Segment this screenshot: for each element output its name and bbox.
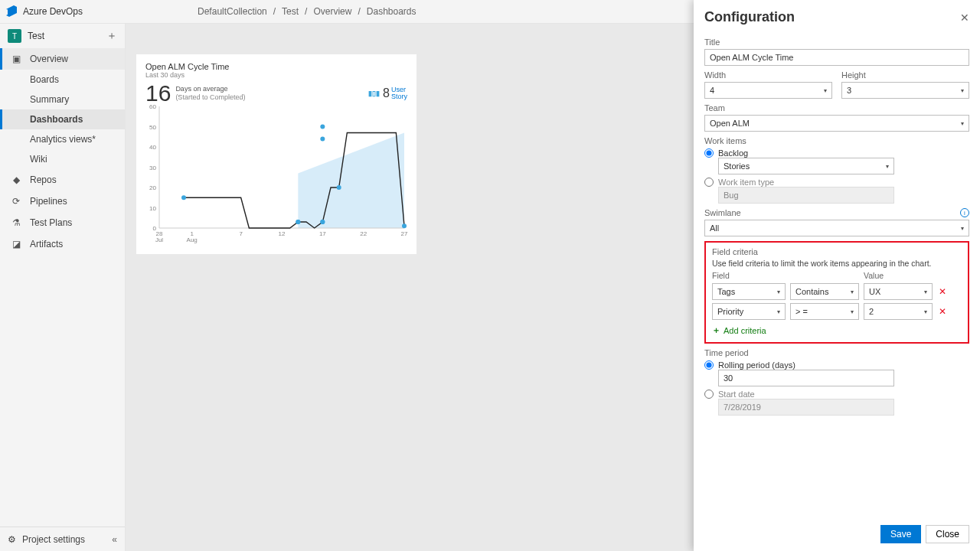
sidebar-item-overview[interactable]: ▣ Overview xyxy=(0,48,125,70)
criteria-row: Tags▾ Contains▾ UX▾ ✕ xyxy=(712,283,962,300)
sidebar-sub-boards[interactable]: Boards xyxy=(0,70,125,90)
rolling-radio[interactable]: Rolling period (days) xyxy=(704,360,969,370)
field-criteria-box: Field criteria Use field criteria to lim… xyxy=(704,241,969,344)
width-select[interactable]: 4▾ xyxy=(704,82,832,99)
svg-text:30: 30 xyxy=(149,165,156,171)
widget-big-label: Days on average (Started to Completed) xyxy=(175,85,245,102)
config-panel: Configuration ✕ Title Width 4▾ Height 3▾… xyxy=(694,0,980,551)
svg-text:Jul: Jul xyxy=(155,236,163,243)
startdate-radio[interactable]: Start date xyxy=(704,390,969,399)
svg-point-25 xyxy=(320,125,325,129)
widget-big-number: 16 xyxy=(145,80,171,106)
backlog-radio[interactable]: Backlog xyxy=(704,148,969,158)
svg-point-23 xyxy=(337,185,341,190)
svg-point-18 xyxy=(181,195,186,200)
chevron-down-icon: ▾ xyxy=(961,225,964,232)
add-icon[interactable]: ＋ xyxy=(106,29,117,43)
chevron-down-icon: ▾ xyxy=(886,163,889,170)
collapse-icon[interactable]: « xyxy=(112,534,117,545)
cycle-time-widget[interactable]: Open ALM Cycle Time Last 30 days 16 Days… xyxy=(136,54,416,254)
crumb-3[interactable]: Dashboards xyxy=(367,6,416,17)
criteria-value-select[interactable]: UX▾ xyxy=(864,283,933,300)
height-select[interactable]: 3▾ xyxy=(841,82,969,99)
sidebar-item-artifacts[interactable]: ◪Artifacts xyxy=(0,233,125,255)
svg-text:60: 60 xyxy=(149,103,156,110)
widget-subtitle: Last 30 days xyxy=(145,71,407,79)
criteria-op-select[interactable]: Contains▾ xyxy=(790,283,859,300)
svg-text:10: 10 xyxy=(149,205,156,212)
sidebar-sub-wiki[interactable]: Wiki xyxy=(0,149,125,169)
svg-text:20: 20 xyxy=(149,184,156,191)
widget-legend: ▮▯▮ 8 User Story xyxy=(368,86,407,100)
height-label: Height xyxy=(841,70,969,80)
testplans-icon: ⚗ xyxy=(10,217,22,228)
overview-icon: ▣ xyxy=(10,54,22,64)
field-criteria-label: Field criteria xyxy=(712,247,962,256)
panel-title: Configuration xyxy=(704,9,795,25)
criteria-field-select[interactable]: Priority▾ xyxy=(712,303,786,320)
pipelines-icon: ⟳ xyxy=(10,196,22,207)
team-label: Team xyxy=(704,103,969,112)
workitems-label: Work items xyxy=(704,136,969,145)
svg-text:22: 22 xyxy=(360,230,367,237)
sidebar-sub-summary[interactable]: Summary xyxy=(0,90,125,109)
width-label: Width xyxy=(704,70,832,80)
wit-radio[interactable]: Work item type xyxy=(704,178,969,187)
title-input[interactable] xyxy=(704,49,969,66)
sidebar-sub-analytics[interactable]: Analytics views* xyxy=(0,129,125,149)
criteria-value-select[interactable]: 2▾ xyxy=(864,303,933,320)
sidebar-item-repos[interactable]: ◆Repos xyxy=(0,169,125,191)
plus-icon: ＋ xyxy=(712,324,720,336)
criteria-field-select[interactable]: Tags▾ xyxy=(712,283,786,300)
svg-point-22 xyxy=(320,220,325,224)
svg-point-26 xyxy=(320,136,325,141)
save-button[interactable]: Save xyxy=(880,525,921,543)
crumb-2[interactable]: Overview xyxy=(313,6,351,17)
rolling-input[interactable] xyxy=(718,370,894,386)
svg-text:27: 27 xyxy=(401,230,407,237)
project-settings-link[interactable]: ⚙ Project settings « xyxy=(0,527,125,551)
team-select[interactable]: Open ALM▾ xyxy=(704,115,969,132)
brand[interactable]: Azure DevOps xyxy=(23,6,113,17)
criteria-row: Priority▾ > =▾ 2▾ ✕ xyxy=(712,303,962,320)
svg-point-20 xyxy=(296,220,300,224)
project-header[interactable]: T Test ＋ xyxy=(0,24,125,48)
criteria-delete-icon[interactable]: ✕ xyxy=(937,286,948,297)
chevron-down-icon: ▾ xyxy=(961,87,964,94)
sidebar-sub-dashboards[interactable]: Dashboards xyxy=(0,109,125,129)
widget-title: Open ALM Cycle Time xyxy=(145,62,407,71)
artifacts-icon: ◪ xyxy=(10,239,22,249)
crumb-1[interactable]: Test xyxy=(282,6,299,17)
sidebar-item-pipelines[interactable]: ⟳Pipelines xyxy=(0,191,125,212)
bars-icon: ▮▯▮ xyxy=(368,90,380,97)
backlog-select[interactable]: Stories▾ xyxy=(718,158,894,174)
cycle-time-chart: 010203040506028Jul1Aug712172227 xyxy=(145,103,407,246)
devops-logo-icon xyxy=(0,0,23,23)
info-icon[interactable]: i xyxy=(960,208,969,217)
swimlane-select[interactable]: All▾ xyxy=(704,220,969,236)
project-badge: T xyxy=(8,29,21,43)
criteria-op-select[interactable]: > =▾ xyxy=(790,303,859,320)
add-criteria-button[interactable]: ＋ Add criteria xyxy=(712,324,962,336)
repos-icon: ◆ xyxy=(10,174,22,185)
svg-text:Aug: Aug xyxy=(187,236,198,243)
breadcrumb: DefaultCollection/ Test/ Overview/ Dashb… xyxy=(198,6,416,17)
title-label: Title xyxy=(704,37,969,47)
criteria-delete-icon[interactable]: ✕ xyxy=(937,306,948,317)
timeperiod-label: Time period xyxy=(704,348,969,357)
gear-icon: ⚙ xyxy=(8,534,16,545)
crumb-0[interactable]: DefaultCollection xyxy=(198,6,267,17)
svg-point-24 xyxy=(402,223,407,228)
wit-select: Bug xyxy=(718,187,894,204)
project-name: Test xyxy=(28,31,44,41)
svg-text:50: 50 xyxy=(149,124,156,131)
sidebar-item-testplans[interactable]: ⚗Test Plans xyxy=(0,212,125,233)
svg-text:12: 12 xyxy=(279,230,286,237)
close-button[interactable]: Close xyxy=(926,525,969,543)
field-criteria-desc: Use field criteria to limit the work ite… xyxy=(712,259,962,268)
svg-text:40: 40 xyxy=(149,144,156,151)
chevron-down-icon: ▾ xyxy=(961,120,964,127)
close-icon[interactable]: ✕ xyxy=(960,11,969,24)
chevron-down-icon: ▾ xyxy=(824,87,827,94)
svg-text:7: 7 xyxy=(239,230,243,237)
